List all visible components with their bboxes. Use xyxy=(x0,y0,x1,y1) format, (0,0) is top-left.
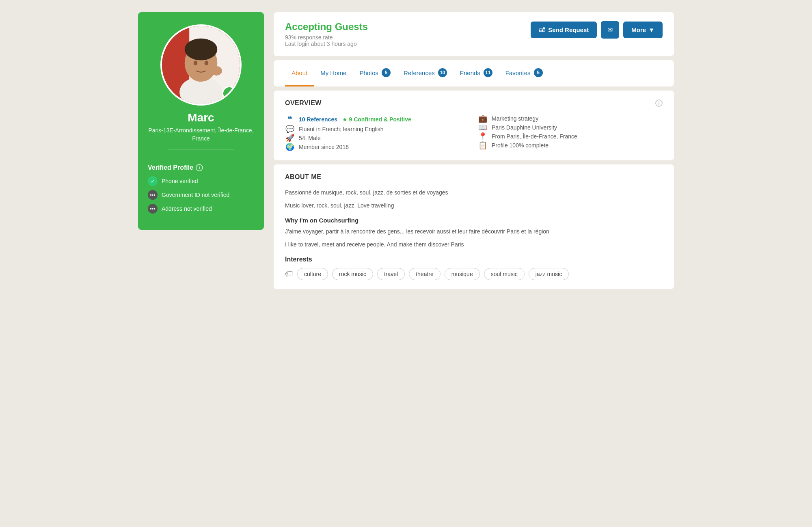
tab-my-home[interactable]: My Home xyxy=(314,60,353,86)
age-text: 54, Male xyxy=(299,135,321,141)
references-badge: 10 xyxy=(438,68,447,77)
svg-point-5 xyxy=(194,60,198,65)
friends-badge: 11 xyxy=(484,68,492,77)
interest-rock-music[interactable]: rock music xyxy=(332,268,373,280)
references-link[interactable]: 10 References xyxy=(299,116,337,123)
about-me-header: ABOUT ME xyxy=(285,173,663,181)
avatar-section: ✓ Marc Paris-13E-Arrondissement, Île-de-… xyxy=(138,12,264,164)
profile-complete-text: Profile 100% complete xyxy=(492,142,549,149)
verification-govid: ••• Government ID not verified xyxy=(148,190,254,200)
govid-label: Government ID not verified xyxy=(162,192,229,198)
about-description-fr: Passionné de musique, rock, soul, jazz, … xyxy=(285,188,663,197)
positive-refs: 9 Confirmed & Positive xyxy=(349,116,411,123)
verified-info-icon[interactable]: i xyxy=(196,164,203,171)
interest-culture[interactable]: culture xyxy=(297,268,328,280)
quotes-icon: ❝ xyxy=(285,114,295,125)
interest-travel[interactable]: travel xyxy=(377,268,405,280)
person-icon: 🚀 xyxy=(285,134,295,143)
phone-check-icon: ✓ xyxy=(148,176,158,186)
language-text: Fluent in French; learning English xyxy=(299,126,384,132)
accepting-title: Accepting Guests xyxy=(285,21,368,32)
interest-soul-music[interactable]: soul music xyxy=(484,268,525,280)
photos-badge: 5 xyxy=(382,68,391,77)
overview-card: OVERVIEW i ❝ 10 References ★ 9 Confirmed… xyxy=(274,91,674,160)
interest-musique[interactable]: musique xyxy=(445,268,480,280)
tab-photos[interactable]: Photos 5 xyxy=(353,60,397,86)
overview-info-icon[interactable]: i xyxy=(655,99,663,107)
overview-profile-complete: 📋 Profile 100% complete xyxy=(478,141,663,150)
sofa-icon: 🛋 xyxy=(539,26,545,33)
action-buttons: 🛋 Send Request ✉ More ▼ xyxy=(531,21,663,39)
sidebar: ✓ Marc Paris-13E-Arrondissement, Île-de-… xyxy=(138,12,264,230)
overview-education: 📖 Paris Dauphine University xyxy=(478,123,663,132)
pin-icon: 📍 xyxy=(478,132,488,141)
briefcase-icon: 💼 xyxy=(478,114,488,123)
tabs-nav: About My Home Photos 5 References 10 Fri… xyxy=(274,60,674,86)
overview-left: ❝ 10 References ★ 9 Confirmed & Positive… xyxy=(285,114,470,151)
favorites-badge: 5 xyxy=(534,68,543,77)
user-name: Marc xyxy=(188,111,214,124)
why-en: I like to travel, meet and receive peopl… xyxy=(285,240,663,249)
verification-address: ••• Address not verified xyxy=(148,204,254,214)
overview-title: OVERVIEW xyxy=(285,99,322,107)
response-rate: 93% response rate xyxy=(285,34,368,41)
verification-phone: ✓ Phone verified xyxy=(148,176,254,186)
globe-icon: 🌍 xyxy=(285,143,295,151)
member-since-text: Member since 2018 xyxy=(299,144,349,150)
overview-job: 💼 Marketing strategy xyxy=(478,114,663,123)
why-fr: J'aime voyager, partir à la rencontre de… xyxy=(285,227,663,236)
why-couchsurfing-title: Why I'm on Couchsurfing xyxy=(285,217,663,224)
svg-point-7 xyxy=(211,66,222,76)
phone-verified-label: Phone verified xyxy=(162,178,198,184)
interests-row: 🏷 culture rock music travel theatre musi… xyxy=(285,268,663,280)
user-location: Paris-13E-Arrondissement, Île-de-France,… xyxy=(146,127,256,143)
verified-section: Verified Profile i ✓ Phone verified ••• … xyxy=(138,164,264,214)
overview-header: OVERVIEW i xyxy=(285,99,663,107)
tab-friends[interactable]: Friends 11 xyxy=(454,60,499,86)
job-text: Marketing strategy xyxy=(492,115,538,122)
mail-icon: ✉ xyxy=(607,26,613,33)
interest-theatre[interactable]: theatre xyxy=(409,268,441,280)
about-me-card: ABOUT ME Passionné de musique, rock, sou… xyxy=(274,164,674,289)
star-icon: ★ xyxy=(342,116,348,123)
verified-badge-icon: ✓ xyxy=(222,86,237,101)
tab-about[interactable]: About xyxy=(285,60,314,86)
verified-title: Verified Profile i xyxy=(148,164,254,171)
tab-references[interactable]: References 10 xyxy=(397,60,454,86)
overview-age: 🚀 54, Male xyxy=(285,134,470,143)
education-text: Paris Dauphine University xyxy=(492,124,557,131)
more-button[interactable]: More ▼ xyxy=(623,22,663,38)
about-me-title: ABOUT ME xyxy=(285,173,321,181)
about-description-en: Music lover, rock, soul, jazz. Love trav… xyxy=(285,201,663,210)
status-section: Accepting Guests 93% response rate Last … xyxy=(285,21,368,47)
interest-jazz-music[interactable]: jazz music xyxy=(529,268,569,280)
svg-point-6 xyxy=(205,60,209,65)
address-label: Address not verified xyxy=(162,205,212,212)
mail-button[interactable]: ✉ xyxy=(601,21,619,39)
address-pending-icon: ••• xyxy=(148,204,158,214)
last-login: Last login about 3 hours ago xyxy=(285,41,368,47)
overview-right: 💼 Marketing strategy 📖 Paris Dauphine Un… xyxy=(478,114,663,151)
chevron-down-icon: ▼ xyxy=(648,26,654,33)
header-card: Accepting Guests 93% response rate Last … xyxy=(274,12,674,56)
chat-icon: 💬 xyxy=(285,125,295,134)
overview-location: 📍 From Paris, Île-de-France, France xyxy=(478,132,663,141)
checklist-icon: 📋 xyxy=(478,141,488,150)
sidebar-divider xyxy=(168,149,234,149)
govid-pending-icon: ••• xyxy=(148,190,158,200)
svg-point-4 xyxy=(185,39,218,60)
interests-title: Interests xyxy=(285,256,663,263)
avatar: ✓ xyxy=(160,24,242,106)
tag-icon: 🏷 xyxy=(285,269,293,279)
book-icon: 📖 xyxy=(478,123,488,132)
send-request-button[interactable]: 🛋 Send Request xyxy=(531,22,597,38)
from-text: From Paris, Île-de-France, France xyxy=(492,133,577,140)
overview-member-since: 🌍 Member since 2018 xyxy=(285,143,470,151)
overview-language: 💬 Fluent in French; learning English xyxy=(285,125,470,134)
overview-references: ❝ 10 References ★ 9 Confirmed & Positive xyxy=(285,114,470,125)
tab-favorites[interactable]: Favorites 5 xyxy=(499,60,549,86)
main-content: Accepting Guests 93% response rate Last … xyxy=(274,12,674,293)
overview-grid: ❝ 10 References ★ 9 Confirmed & Positive… xyxy=(285,114,663,151)
